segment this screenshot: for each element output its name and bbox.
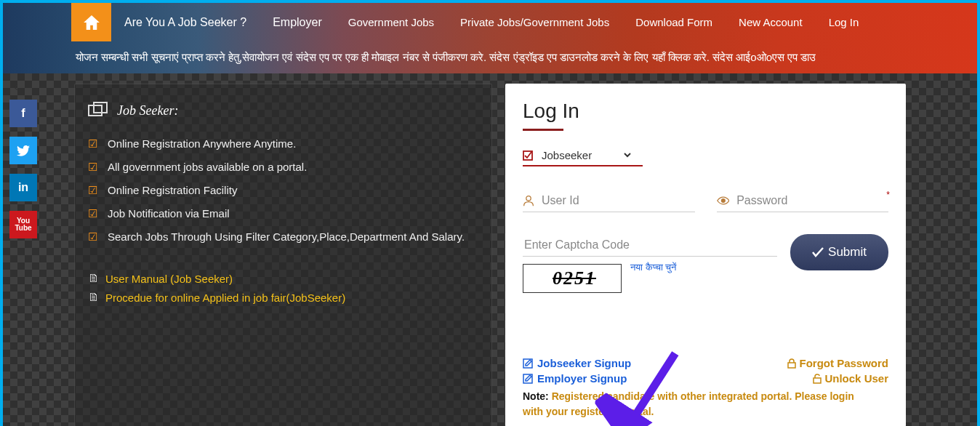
edit-icon <box>523 374 533 384</box>
userid-input[interactable] <box>542 194 694 207</box>
home-button[interactable] <box>71 3 111 41</box>
captcha-left: 0251 नया कैप्चा चुनें <box>523 234 777 293</box>
lock-icon <box>787 358 796 369</box>
svg-point-3 <box>526 196 531 201</box>
user-manual-link[interactable]: User Manual (Job Seeker) <box>105 273 233 285</box>
feature-text: Search Jobs Through Using Filter Categor… <box>108 230 465 243</box>
check-icon: ☑ <box>88 207 97 220</box>
marquee-text: योजन सम्बन्धी सभी सूचनाएं प्राप्त करने ह… <box>17 51 816 64</box>
document-icon: 🗎 <box>88 291 100 304</box>
required-star: * <box>886 190 890 200</box>
bottom-links: Jobseeker Signup Forgot Password Employe… <box>523 357 888 419</box>
link-text: Employer Signup <box>537 372 627 385</box>
role-select[interactable]: Jobseeker <box>539 148 633 162</box>
captcha-input[interactable] <box>523 234 777 257</box>
svg-rect-6 <box>788 363 795 368</box>
monitor-icon <box>88 102 108 119</box>
check-icon: ☑ <box>88 184 97 197</box>
forgot-password-link[interactable]: Forgot Password <box>787 357 888 369</box>
note-body: Registered candidate with other integrat… <box>523 390 854 417</box>
home-icon <box>84 15 100 30</box>
document-icon: 🗎 <box>88 272 100 285</box>
doc-link-row: 🗎Procedue for online Applied in job fair… <box>88 288 478 307</box>
feature-item: ☑Online Registration Anywhere Anytime. <box>88 132 478 156</box>
main-row: Job Seeker: ☑Online Registration Anywher… <box>3 73 977 426</box>
jobseeker-panel: Job Seeker: ☑Online Registration Anywher… <box>74 84 492 426</box>
svg-rect-1 <box>94 103 107 113</box>
checkmark-icon <box>812 247 824 257</box>
feature-text: Online Registration Facility <box>108 184 237 196</box>
twitter-button[interactable] <box>9 137 37 164</box>
role-dropdown-row: Jobseeker <box>523 148 643 166</box>
doc-link-row: 🗎User Manual (Job Seeker) <box>88 269 478 288</box>
submit-button[interactable]: Submit <box>790 234 888 270</box>
feature-text: All government jobs available on a porta… <box>108 161 307 173</box>
note-text: Note: Registered candidate with other in… <box>505 389 888 419</box>
youtube-button[interactable]: YouTube <box>9 211 37 238</box>
nav-govt-jobs[interactable]: Government Jobs <box>335 16 447 28</box>
nav-new-account[interactable]: New Account <box>726 16 816 28</box>
feature-item: ☑Search Jobs Through Using Filter Catego… <box>88 225 478 249</box>
password-input[interactable] <box>736 194 888 207</box>
userid-group <box>523 194 695 212</box>
captcha-refresh-link[interactable]: नया कैप्चा चुनें <box>630 262 676 273</box>
bottom-row-2: Employer Signup Unlock User <box>523 372 888 385</box>
credentials-row: * <box>523 194 888 212</box>
bottom-row-1: Jobseeker Signup Forgot Password <box>523 357 888 369</box>
nav-login[interactable]: Log In <box>816 16 872 28</box>
captcha-row: 0251 नया कैप्चा चुनें Submit <box>523 234 888 293</box>
submit-label: Submit <box>828 245 867 260</box>
eye-icon <box>717 196 730 206</box>
link-text: Forgot Password <box>799 357 888 369</box>
check-icon: ☑ <box>88 161 97 174</box>
password-group: * <box>717 194 889 212</box>
check-icon: ☑ <box>88 137 97 150</box>
unlock-icon <box>813 374 822 384</box>
facebook-button[interactable]: f <box>9 100 37 127</box>
svg-rect-8 <box>814 378 821 383</box>
nav-private-jobs[interactable]: Private Jobs/Government Jobs <box>447 16 622 28</box>
captcha-image: 0251 <box>523 264 622 293</box>
link-text: Unlock User <box>824 372 888 385</box>
unlock-user-link[interactable]: Unlock User <box>813 372 888 385</box>
user-icon <box>523 194 534 207</box>
feature-text: Online Registration Anywhere Anytime. <box>108 137 296 150</box>
title-underline <box>523 129 563 131</box>
feature-item: ☑All government jobs available on a port… <box>88 156 478 179</box>
check-square-icon <box>523 150 533 161</box>
captcha-box-row: 0251 नया कैप्चा चुनें <box>523 264 777 293</box>
panel-title: Job Seeker: <box>117 103 178 118</box>
jobseeker-signup-link[interactable]: Jobseeker Signup <box>523 357 631 369</box>
feature-item: ☑Job Notification via Email <box>88 202 478 225</box>
svg-point-4 <box>721 199 725 203</box>
edit-icon <box>523 358 533 369</box>
employer-signup-link[interactable]: Employer Signup <box>523 372 627 385</box>
note-label: Note: <box>523 390 549 402</box>
link-text: Jobseeker Signup <box>537 357 631 369</box>
feature-text: Job Notification via Email <box>108 207 230 220</box>
nav-jobseeker[interactable]: Are You A Job Seeker ? <box>111 16 260 29</box>
svg-rect-0 <box>89 105 102 116</box>
linkedin-button[interactable]: in <box>9 174 37 201</box>
doc-links: 🗎User Manual (Job Seeker) 🗎Procedue for … <box>88 269 478 307</box>
nav-employer[interactable]: Employer <box>260 16 335 29</box>
nav-download-form[interactable]: Download Form <box>622 16 726 28</box>
login-title: Log In <box>523 100 888 123</box>
top-nav: Are You A Job Seeker ? Employer Governme… <box>3 3 977 41</box>
procedure-link[interactable]: Procedue for online Applied in job fair(… <box>105 292 345 304</box>
check-icon: ☑ <box>88 230 97 244</box>
panel-title-row: Job Seeker: <box>88 102 478 119</box>
content-area: ‹ f in YouTube Job Seeker: ☑Online Regis… <box>3 73 977 426</box>
marquee-bar: योजन सम्बन्धी सभी सूचनाएं प्राप्त करने ह… <box>3 41 977 73</box>
social-sidebar: f in YouTube <box>9 100 37 248</box>
viewport-frame: Are You A Job Seeker ? Employer Governme… <box>0 0 980 426</box>
back-chevron-icon[interactable]: ‹ <box>14 79 18 95</box>
login-panel: Log In Jobseeker * <box>505 84 906 426</box>
feature-list: ☑Online Registration Anywhere Anytime. ☑… <box>88 132 478 249</box>
twitter-icon <box>17 145 30 156</box>
feature-item: ☑Online Registration Facility <box>88 179 478 202</box>
